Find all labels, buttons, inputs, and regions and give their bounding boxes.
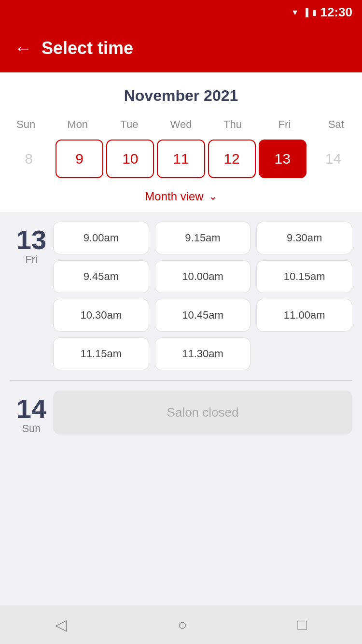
time-slot-1100am[interactable]: 11.00am: [256, 299, 352, 332]
page-title: Select time: [42, 38, 133, 58]
nav-back-icon[interactable]: ◁: [55, 616, 67, 634]
day-block-13: 13Fri9.00am9.15am9.30am9.45am10.00am10.1…: [10, 222, 352, 370]
day-block-14: 14SunSalon closed: [10, 391, 352, 435]
day-label-14: 14Sun: [10, 391, 53, 435]
day-header-fri: Fri: [259, 114, 310, 135]
date-cell-9[interactable]: 9: [56, 140, 103, 178]
chevron-down-icon: ⌄: [209, 190, 217, 203]
status-time: 12:30: [320, 5, 353, 20]
time-slot-930am[interactable]: 9.30am: [256, 222, 352, 254]
date-row: 891011121314: [0, 135, 362, 183]
day-header-wed: Wed: [155, 114, 207, 135]
battery-icon: [312, 7, 317, 17]
slots-grid: 9.00am9.15am9.30am9.45am10.00am10.15am10…: [53, 222, 352, 370]
time-slot-915am[interactable]: 9.15am: [155, 222, 251, 254]
day-header-thu: Thu: [207, 114, 259, 135]
nav-home-icon[interactable]: ○: [178, 616, 187, 634]
bottom-nav: ◁ ○ □: [0, 605, 362, 644]
day-headers: SunMonTueWedThuFriSat: [0, 114, 362, 135]
day-name: Fri: [25, 253, 38, 266]
slots-section: 13Fri9.00am9.15am9.30am9.45am10.00am10.1…: [0, 212, 362, 454]
salon-closed: Salon closed: [53, 391, 352, 434]
nav-recent-icon[interactable]: □: [297, 616, 306, 634]
day-header-mon: Mon: [52, 114, 103, 135]
calendar-section: November 2021 SunMonTueWedThuFriSat 8910…: [0, 72, 362, 212]
wifi-icon: [291, 7, 299, 17]
date-cell-12[interactable]: 12: [208, 140, 256, 178]
date-cell-14[interactable]: 14: [309, 140, 357, 178]
date-cell-10[interactable]: 10: [106, 140, 154, 178]
time-slot-1045am[interactable]: 10.45am: [155, 299, 251, 332]
back-button[interactable]: ←: [14, 38, 32, 58]
status-bar: 12:30: [0, 0, 362, 24]
status-icons: 12:30: [291, 5, 352, 20]
time-slot-900am[interactable]: 9.00am: [53, 222, 149, 254]
time-slot-1000am[interactable]: 10.00am: [155, 260, 251, 293]
day-divider-1: [10, 380, 352, 381]
top-bar: ← Select time: [0, 24, 362, 72]
date-cell-11[interactable]: 11: [157, 140, 205, 178]
month-view-label: Month view: [145, 190, 203, 203]
time-slot-1130am[interactable]: 11.30am: [155, 337, 251, 370]
day-header-sat: Sat: [310, 114, 362, 135]
month-label: November 2021: [0, 82, 362, 114]
signal-icon: [303, 7, 308, 17]
month-view-toggle[interactable]: Month view ⌄: [0, 183, 362, 212]
day-header-tue: Tue: [103, 114, 155, 135]
date-cell-13[interactable]: 13: [259, 140, 306, 178]
time-slot-945am[interactable]: 9.45am: [53, 260, 149, 293]
time-slot-1015am[interactable]: 10.15am: [256, 260, 352, 293]
day-label-13: 13Fri: [10, 222, 53, 266]
time-slot-1030am[interactable]: 10.30am: [53, 299, 149, 332]
day-name: Sun: [22, 422, 41, 435]
day-number: 14: [16, 395, 46, 422]
time-slot-1115am[interactable]: 11.15am: [53, 337, 149, 370]
day-header-sun: Sun: [0, 114, 52, 135]
day-number: 13: [16, 226, 46, 253]
date-cell-8[interactable]: 8: [5, 140, 53, 178]
